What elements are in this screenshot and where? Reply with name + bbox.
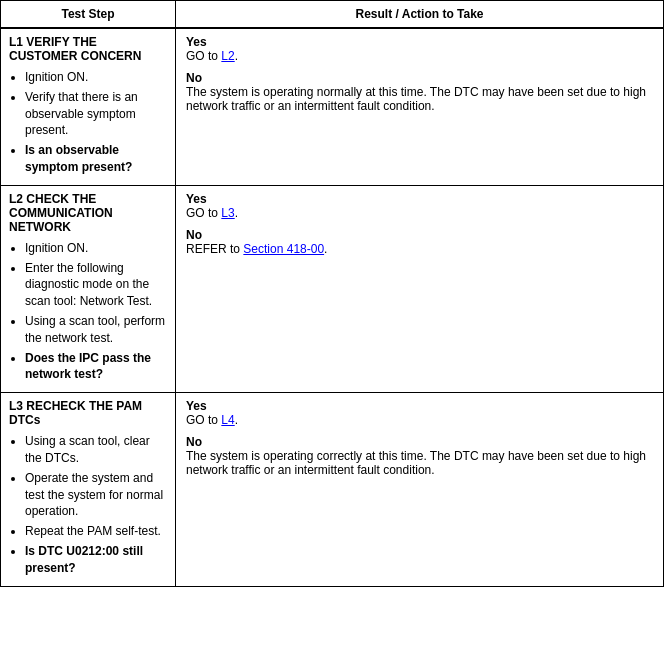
result-yes-l2: Yes GO to L3. [186,192,653,220]
list-item: Using a scan tool, clear the DTCs. [25,433,167,467]
after-text: . [235,49,238,63]
section-l1-row: L1 VERIFY THE CUSTOMER CONCERN Ignition … [1,29,663,186]
section-l3-steps: Using a scan tool, clear the DTCs. Opera… [9,433,167,576]
list-item: Using a scan tool, perform the network t… [25,313,167,347]
yes-label: Yes [186,192,207,206]
section-l1-steps: Ignition ON. Verify that there is an obs… [9,69,167,176]
section-l2-steps: Ignition ON. Enter the following diagnos… [9,240,167,383]
no-text: REFER to [186,242,243,256]
after-text: . [235,206,238,220]
result-yes-l3: Yes GO to L4. [186,399,653,427]
list-item: Does the IPC pass the network test? [25,350,167,384]
section418-link[interactable]: Section 418-00 [243,242,324,256]
section-l1-right: Yes GO to L2. No The system is operating… [176,29,663,185]
header-test-step: Test Step [1,1,176,27]
list-item: Is DTC U0212:00 still present? [25,543,167,577]
no-text: The system is operating correctly at thi… [186,449,646,477]
no-label: No [186,71,202,85]
section-l2-title: L2 CHECK THE COMMUNICATION NETWORK [9,192,167,234]
list-item: Operate the system and test the system f… [25,470,167,520]
yes-label: Yes [186,35,207,49]
l3-link[interactable]: L3 [221,206,234,220]
section-l1-left: L1 VERIFY THE CUSTOMER CONCERN Ignition … [1,29,176,185]
section-l2-right: Yes GO to L3. No REFER to Section 418-00… [176,186,663,392]
l4-link[interactable]: L4 [221,413,234,427]
no-text: The system is operating normally at this… [186,85,646,113]
table-header: Test Step Result / Action to Take [1,1,663,29]
yes-text: GO to [186,413,221,427]
after-text: . [324,242,327,256]
l2-link[interactable]: L2 [221,49,234,63]
result-no-l1: No The system is operating normally at t… [186,71,653,113]
yes-label: Yes [186,399,207,413]
section-l2-row: L2 CHECK THE COMMUNICATION NETWORK Ignit… [1,186,663,393]
list-item: Ignition ON. [25,69,167,86]
section-l1-title: L1 VERIFY THE CUSTOMER CONCERN [9,35,167,63]
list-item: Verify that there is an observable sympt… [25,89,167,139]
list-item: Enter the following diagnostic mode on t… [25,260,167,310]
section-l3-title: L3 RECHECK THE PAM DTCs [9,399,167,427]
yes-text: GO to [186,206,221,220]
list-item: Ignition ON. [25,240,167,257]
section-l3-right: Yes GO to L4. No The system is operating… [176,393,663,585]
no-label: No [186,228,202,242]
result-no-l2: No REFER to Section 418-00. [186,228,653,256]
after-text: . [235,413,238,427]
section-l2-left: L2 CHECK THE COMMUNICATION NETWORK Ignit… [1,186,176,392]
yes-text: GO to [186,49,221,63]
result-no-l3: No The system is operating correctly at … [186,435,653,477]
no-label: No [186,435,202,449]
list-item: Is an observable symptom present? [25,142,167,176]
diagnostic-table: Test Step Result / Action to Take L1 VER… [0,0,664,587]
result-yes-l1: Yes GO to L2. [186,35,653,63]
header-result-action: Result / Action to Take [176,1,663,27]
list-item: Repeat the PAM self-test. [25,523,167,540]
section-l3-left: L3 RECHECK THE PAM DTCs Using a scan too… [1,393,176,585]
section-l3-row: L3 RECHECK THE PAM DTCs Using a scan too… [1,393,663,585]
